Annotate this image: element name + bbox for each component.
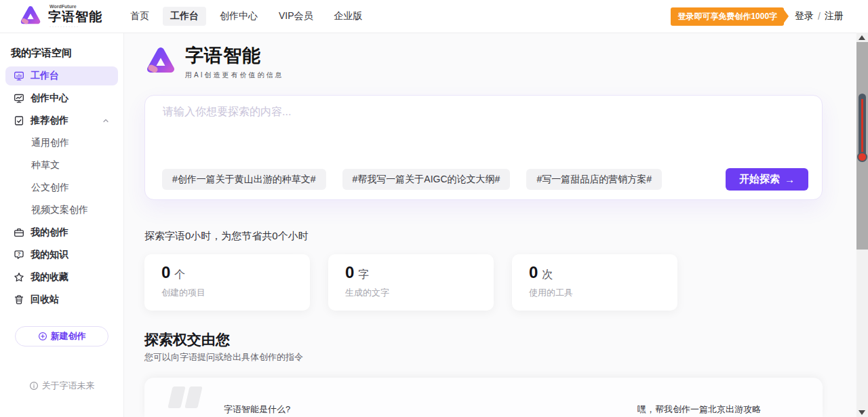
hero-triangle-icon <box>144 45 177 78</box>
sidebar-item-label: 我的知识 <box>31 249 68 261</box>
workbench-icon <box>14 71 24 81</box>
search-input[interactable] <box>161 104 806 164</box>
hero: 字语智能 用AI创造更有价值的信息 <box>144 43 283 80</box>
nav-home[interactable]: 首页 <box>123 7 157 26</box>
sidebar-item-official-doc[interactable]: 公文创作 <box>5 178 118 197</box>
start-explore-label: 开始探索 <box>739 173 780 186</box>
stat-unit: 字 <box>358 268 369 282</box>
sidebar-item-label: 我的收藏 <box>31 271 68 283</box>
section-subtitle: 您可以向字语提问或给出具体创作的指令 <box>144 351 303 363</box>
auth-links: 登录 / 注册 <box>795 10 844 22</box>
scrollbar-down-arrow-icon[interactable] <box>859 410 865 415</box>
about-link[interactable]: 关于字语未来 <box>0 380 123 392</box>
suggestion-chip-huangshan[interactable]: #创作一篇关于黄山出游的种草文# <box>162 169 326 190</box>
sidebar-heading: 我的字语空间 <box>11 47 123 60</box>
search-card: #创作一篇关于黄山出游的种草文# #帮我写一篇关于AIGC的论文大纲# #写一篇… <box>144 95 823 200</box>
arrow-right-icon: → <box>785 174 795 185</box>
plus-circle-icon <box>38 332 47 341</box>
hero-tagline: 用AI创造更有价值的信息 <box>185 71 283 80</box>
qa-question: 字语智能是什么? <box>224 403 290 416</box>
stat-unit: 个 <box>174 268 185 282</box>
sidebar-item-seeding-article[interactable]: 种草文 <box>5 156 118 175</box>
login-link[interactable]: 登录 <box>795 10 814 22</box>
sidebar-item-label: 创作中心 <box>31 92 68 104</box>
creation-center-icon <box>14 93 24 104</box>
stat-unit: 次 <box>542 268 553 282</box>
about-label: 关于字语未来 <box>42 380 95 392</box>
sidebar-item-creation-center[interactable]: 创作中心 <box>5 89 118 108</box>
sidebar-item-recommended[interactable]: 推荐创作 <box>5 111 118 130</box>
stat-card-tools: 0 次 使用的工具 <box>512 254 677 311</box>
brand-name: 字语智能 <box>48 10 102 23</box>
stat-top: 0 次 <box>529 264 677 282</box>
hero-title: 字语智能 <box>185 43 283 68</box>
info-circle-icon <box>29 381 39 391</box>
stat-card-projects: 0 个 创建的项目 <box>144 254 310 311</box>
question-bubble-icon: ? <box>14 250 24 260</box>
stat-top: 0 字 <box>345 264 494 282</box>
stat-value: 0 <box>529 264 538 281</box>
sidebar-item-workbench[interactable]: 工作台 <box>5 66 118 85</box>
sidebar-item-label: 回收站 <box>31 294 59 306</box>
brand-superscript: WordFuture <box>50 4 102 9</box>
login-promo-badge[interactable]: 登录即可享免费创作1000字 <box>671 7 784 26</box>
stat-label: 使用的工具 <box>529 287 677 299</box>
svg-text:?: ? <box>18 251 21 257</box>
trash-icon <box>14 294 24 305</box>
scrollbar <box>856 33 868 417</box>
quote-icon <box>170 386 200 408</box>
sidebar: 我的字语空间 工作台 创作中心 推荐创作 <box>0 33 124 417</box>
stat-label: 创建的项目 <box>161 287 310 299</box>
top-right-area: 登录即可享免费创作1000字 登录 / 注册 <box>671 7 844 26</box>
sidebar-item-recycle-bin[interactable]: 回收站 <box>5 290 118 309</box>
stat-value: 0 <box>161 264 170 281</box>
suggestion-chips-row: #创作一篇关于黄山出游的种草文# #帮我写一篇关于AIGC的论文大纲# #写一篇… <box>162 168 808 191</box>
nav-enterprise[interactable]: 企业版 <box>327 7 370 26</box>
sidebar-item-label: 通用创作 <box>31 137 69 149</box>
stats-summary-line: 探索字语0小时，为您节省共0个小时 <box>144 230 309 243</box>
auth-divider: / <box>818 11 821 22</box>
sidebar-item-label: 公文创作 <box>31 182 69 194</box>
app-screen: WordFuture 字语智能 ··········· 首页 工作台 创作中心 … <box>0 0 868 417</box>
suggestion-chip-aigc[interactable]: #帮我写一篇关于AIGC的论文大纲# <box>342 169 511 190</box>
brand-text: WordFuture 字语智能 ··········· <box>48 4 102 28</box>
sidebar-item-my-knowledge[interactable]: ? 我的知识 <box>5 245 118 264</box>
stat-top: 0 个 <box>161 264 310 282</box>
chevron-up-icon[interactable] <box>102 117 110 125</box>
qa-answer: 嘿，帮我创作一篇北京出游攻略 <box>637 403 761 416</box>
new-creation-button[interactable]: 新建创作 <box>15 326 108 346</box>
thermometer-bulb-icon <box>857 152 867 162</box>
sidebar-item-label: 推荐创作 <box>31 115 68 127</box>
sidebar-item-label: 视频文案创作 <box>31 204 88 216</box>
nav-vip[interactable]: VIP会员 <box>271 7 321 26</box>
hero-text: 字语智能 用AI创造更有价值的信息 <box>185 43 283 80</box>
header-logo[interactable]: WordFuture 字语智能 ··········· <box>19 4 102 28</box>
sidebar-item-my-works[interactable]: 我的创作 <box>5 223 118 242</box>
nav-creation-center[interactable]: 创作中心 <box>212 7 265 26</box>
suggestion-chip-dessert[interactable]: #写一篇甜品店的营销方案# <box>526 169 662 190</box>
briefcase-icon <box>14 227 24 238</box>
stat-value: 0 <box>345 264 354 281</box>
sidebar-item-my-favorites[interactable]: 我的收藏 <box>5 268 118 287</box>
brand-triangle-icon <box>19 5 42 28</box>
start-explore-button[interactable]: 开始探索 → <box>726 168 808 191</box>
top-navigation: 首页 工作台 创作中心 VIP会员 企业版 <box>123 7 370 26</box>
register-link[interactable]: 注册 <box>825 10 844 22</box>
sidebar-item-label: 我的创作 <box>31 226 68 239</box>
sidebar-item-general-creation[interactable]: 通用创作 <box>5 134 118 153</box>
nav-workbench[interactable]: 工作台 <box>163 7 206 26</box>
sidebar-item-label: 工作台 <box>31 70 59 82</box>
qa-example-card: 字语智能是什么? 嘿，帮我创作一篇北京出游攻略 <box>144 378 823 417</box>
thermometer-line <box>861 99 863 160</box>
section-title: 探索权交由您 <box>144 330 230 349</box>
scrollbar-up-arrow-icon[interactable] <box>859 35 865 40</box>
sidebar-item-label: 种草文 <box>31 159 60 172</box>
stat-card-words: 0 字 生成的文字 <box>328 254 494 311</box>
recommended-creation-icon <box>14 115 24 126</box>
new-creation-label: 新建创作 <box>51 330 86 342</box>
star-icon <box>14 272 24 283</box>
sidebar-item-video-copywriting[interactable]: 视频文案创作 <box>5 201 118 220</box>
top-bar: WordFuture 字语智能 ··········· 首页 工作台 创作中心 … <box>0 0 868 33</box>
stat-label: 生成的文字 <box>345 287 494 299</box>
brand-subtext: ··········· <box>50 24 102 28</box>
